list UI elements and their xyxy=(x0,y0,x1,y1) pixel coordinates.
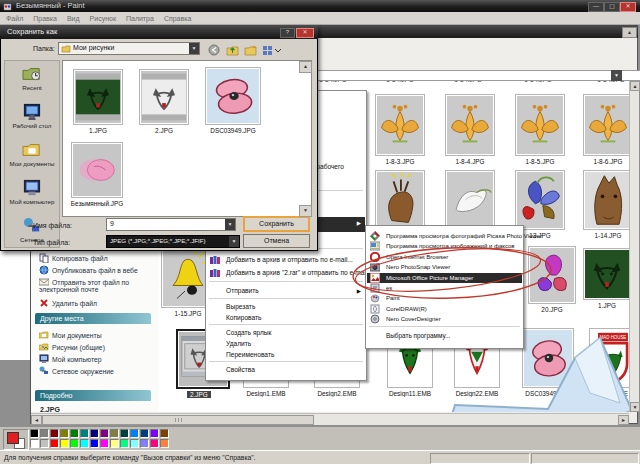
open-with-item[interactable]: Opera Internet Browser xyxy=(367,252,522,262)
context-menu-item[interactable]: Отправить▶ xyxy=(207,285,365,297)
address-dropdown-icon[interactable]: ▼ xyxy=(611,70,622,81)
place-recent[interactable]: Recent xyxy=(5,65,59,91)
maximize-button[interactable]: ▢ xyxy=(604,2,620,12)
menubar-item-2[interactable]: Вид xyxy=(67,15,80,22)
palette-color-swatch[interactable] xyxy=(60,439,69,448)
thumbnail-13.JPG[interactable] xyxy=(515,170,565,230)
palette-color-swatch[interactable] xyxy=(150,439,159,448)
palette-color-swatch[interactable] xyxy=(120,439,129,448)
place-computer[interactable]: Мой компьютер xyxy=(5,179,59,205)
other-place-link[interactable]: Сетевое окружение xyxy=(39,366,114,377)
palette-color-swatch[interactable] xyxy=(110,429,119,438)
palette-color-swatch[interactable] xyxy=(70,429,79,438)
menubar-item-1[interactable]: Правка xyxy=(33,15,57,22)
folder-combo[interactable]: Мои рисунки ▼ xyxy=(58,42,200,55)
dialog-file-label[interactable]: DSC03949.JPG xyxy=(201,127,265,134)
dialog-thumbnail-Безымянный.JPG[interactable] xyxy=(71,142,123,198)
palette-color-swatch[interactable] xyxy=(30,429,39,438)
palette-color-swatch[interactable] xyxy=(160,439,169,448)
other-place-link[interactable]: Мой компьютер xyxy=(39,354,101,365)
horizontal-scrollbar[interactable]: ◄ ► xyxy=(31,413,629,425)
palette-color-swatch[interactable] xyxy=(50,439,59,448)
file-label[interactable]: 1-8-4.JPG xyxy=(438,158,502,165)
file-label[interactable]: 1-8-5.JPG xyxy=(508,158,572,165)
up-folder-icon[interactable] xyxy=(226,42,239,54)
palette-color-swatch[interactable] xyxy=(90,429,99,438)
current-colors-box[interactable] xyxy=(3,429,29,450)
task-link[interactable]: Копировать файл xyxy=(39,253,108,264)
other-place-link[interactable]: Рисунки (общие) xyxy=(39,342,105,353)
open-with-item[interactable]: es xyxy=(367,283,522,293)
task-link[interactable]: Опубликовать файл в вебе xyxy=(39,265,138,276)
context-menu-item[interactable]: Добавить в архив "2.rar" и отправить по … xyxy=(207,267,365,279)
dialog-file-label[interactable]: Безымянный.JPG xyxy=(65,200,129,207)
palette-color-swatch[interactable] xyxy=(50,429,59,438)
open-with-item[interactable]: CorelDRAW(R) xyxy=(367,304,522,314)
vertical-scrollbar[interactable]: ▲ ▼ xyxy=(629,81,639,412)
choose-program-item[interactable]: Выбрать программу... xyxy=(367,330,522,342)
file-label[interactable]: Design2.EMB xyxy=(305,390,369,397)
context-menu-item[interactable]: Свойства xyxy=(207,364,365,376)
palette-color-swatch[interactable] xyxy=(40,429,49,438)
file-label[interactable]: 2.JPG xyxy=(187,391,211,398)
file-label[interactable]: 1.JPG xyxy=(575,302,629,309)
save-button[interactable]: Сохранить xyxy=(243,216,310,232)
palette-color-swatch[interactable] xyxy=(110,439,119,448)
thumbnail-hand[interactable] xyxy=(375,170,425,230)
scrollbar-thumb[interactable] xyxy=(42,415,314,425)
file-label[interactable]: Design1.EMB xyxy=(234,390,298,397)
palette-color-swatch[interactable] xyxy=(140,439,149,448)
palette-color-swatch[interactable] xyxy=(80,429,89,438)
context-menu-item[interactable]: Переименовать xyxy=(207,349,365,361)
thumbnail-1-14.JPG[interactable] xyxy=(583,170,629,230)
place-desktop[interactable]: Рабочий стол xyxy=(5,103,59,129)
task-link[interactable]: электронной почте xyxy=(39,286,98,293)
menubar-item-0[interactable]: Файл xyxy=(6,15,23,22)
scroll-up-icon[interactable]: ▲ xyxy=(630,81,640,91)
open-with-item[interactable]: Paint xyxy=(367,293,522,303)
palette-color-swatch[interactable] xyxy=(80,439,89,448)
filetype-combo[interactable]: JPEG (*.JPG;*.JPEG;*.JPE;*.JFIF) ▼ xyxy=(106,235,240,248)
back-icon[interactable] xyxy=(208,42,221,54)
file-label[interactable]: 1-8-6.JPG xyxy=(576,158,629,165)
palette-color-swatch[interactable] xyxy=(100,429,109,438)
context-menu-item[interactable]: Копировать xyxy=(207,312,365,324)
dialog-scroll-down-icon[interactable]: ▼ xyxy=(299,205,312,217)
open-with-item[interactable]: Программа просмотра изображений и факсов xyxy=(367,241,522,251)
dialog-close-button[interactable]: ✕ xyxy=(296,28,314,38)
help-button[interactable]: ? xyxy=(280,28,295,38)
palette-color-swatch[interactable] xyxy=(100,439,109,448)
dialog-thumbnail-1.JPG[interactable] xyxy=(73,69,123,125)
file-label[interactable]: 1-8-3.JPG xyxy=(368,158,432,165)
file-label[interactable]: 1-14.JPG xyxy=(576,232,629,239)
thumbnail-1.JPG[interactable] xyxy=(583,248,629,300)
palette-color-swatch[interactable] xyxy=(160,429,169,438)
scroll-left-icon[interactable]: ◄ xyxy=(31,415,42,425)
filetype-dropdown-icon[interactable]: ▼ xyxy=(229,236,239,247)
palette-color-swatch[interactable] xyxy=(150,429,159,438)
thumbnail-20.JPG[interactable] xyxy=(528,246,576,304)
open-with-item[interactable]: Программа просмотра фотографий Picasa Ph… xyxy=(367,231,522,241)
dialog-thumbnail-2.JPG[interactable] xyxy=(139,69,189,125)
menubar-item-5[interactable]: Справка xyxy=(164,15,191,22)
thumbnail-1-8-5.JPG[interactable] xyxy=(515,94,565,156)
open-with-item[interactable]: Nero PhotoSnap Viewer xyxy=(367,262,522,272)
new-folder-icon[interactable] xyxy=(244,42,257,54)
filename-dropdown-icon[interactable]: ▼ xyxy=(225,219,235,230)
filename-input[interactable]: 9 ▼ xyxy=(106,218,236,231)
other-place-link[interactable]: Мои документы xyxy=(39,330,102,341)
context-menu-item[interactable]: Добавить в архив и отправить по e-mail..… xyxy=(207,254,365,266)
dialog-file-label[interactable]: 2.JPG xyxy=(132,127,196,134)
views-icon[interactable] xyxy=(262,42,275,54)
cancel-button[interactable]: Отмена xyxy=(243,234,310,248)
explorer-window-button[interactable]: ▲ xyxy=(622,27,637,38)
open-with-item[interactable]: Nero CoverDesigner xyxy=(367,314,522,324)
scroll-right-icon[interactable]: ► xyxy=(618,415,629,425)
menubar-item-3[interactable]: Рисунок xyxy=(90,15,116,22)
thumbnail-dove[interactable] xyxy=(445,170,495,230)
folder-combo-dropdown-icon[interactable]: ▼ xyxy=(189,43,199,54)
palette-color-swatch[interactable] xyxy=(130,439,139,448)
palette-color-swatch[interactable] xyxy=(30,439,39,448)
open-with-item[interactable]: Microsoft Office Picture Manager xyxy=(367,273,522,283)
dialog-scroll-up-icon[interactable]: ▲ xyxy=(299,61,312,73)
